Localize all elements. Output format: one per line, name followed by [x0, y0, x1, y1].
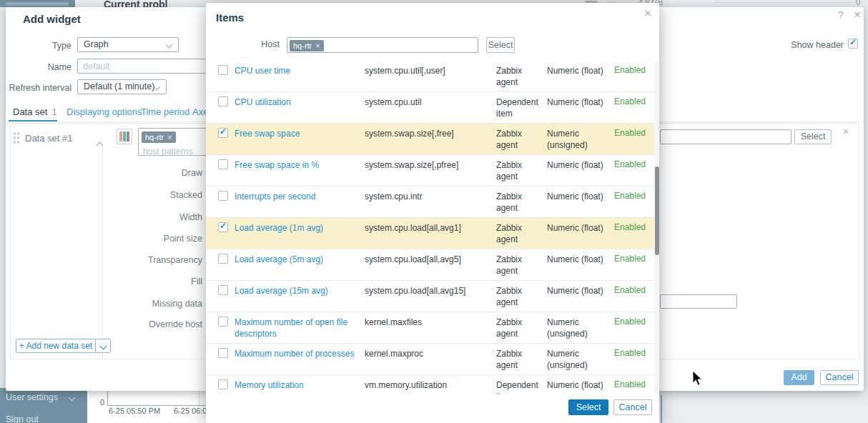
item-status-enabled[interactable]: Enabled — [614, 379, 646, 389]
add-new-data-set-menu-button[interactable] — [95, 339, 111, 353]
graph-x-tick: 6-25 05:50 PM — [109, 407, 160, 415]
option-label-draw: Draw — [88, 168, 202, 178]
item-type: Zabbix agent — [496, 254, 541, 277]
item-value-type: Numeric (float) — [547, 65, 618, 76]
item-checkbox[interactable] — [218, 65, 228, 75]
item-row: Interrupts per secondsystem.cpu.intrZabb… — [206, 186, 654, 218]
item-name-link[interactable]: Load average (5m avg) — [235, 254, 356, 265]
item-type: Dependent item — [496, 96, 541, 119]
item-row: CPU user timesystem.cpu.util[,user]Zabbi… — [206, 61, 654, 92]
type-label: Type — [0, 41, 71, 51]
tag-label: hq-rtr — [145, 133, 164, 141]
chevron-down-icon — [100, 343, 107, 350]
item-name-link[interactable]: Memory utilization — [235, 379, 356, 391]
item-checkbox[interactable]: ✓ — [218, 222, 228, 232]
type-select[interactable]: Graph — [77, 37, 179, 52]
item-status-enabled[interactable]: Enabled — [614, 254, 646, 264]
item-status-enabled[interactable]: Enabled — [614, 285, 646, 295]
item-checkbox[interactable] — [218, 317, 228, 327]
item-key: kernel.maxproc — [365, 348, 490, 359]
override-input[interactable] — [660, 294, 737, 309]
item-name-link[interactable]: Load average (1m avg) — [235, 222, 356, 234]
item-checkbox[interactable] — [218, 285, 228, 295]
show-header-label: Show header — [729, 40, 844, 50]
item-status-enabled[interactable]: Enabled — [614, 348, 646, 358]
chevron-up-icon — [97, 142, 104, 149]
option-label-missing-data: Missing data — [88, 299, 202, 309]
data-set-remove-icon[interactable]: × — [843, 126, 849, 137]
item-key: system.swap.size[,free] — [365, 128, 490, 139]
item-name-link[interactable]: Maximum number of open file descriptors — [235, 317, 356, 339]
item-name-link[interactable]: CPU user time — [235, 65, 356, 76]
add-button[interactable]: Add — [784, 370, 814, 385]
item-name-link[interactable]: Free swap space in % — [235, 159, 356, 171]
item-row: Free swap space in %system.swap.size[,pf… — [206, 155, 654, 186]
item-status-enabled[interactable]: Enabled — [614, 191, 646, 201]
item-key: system.cpu.load[all,avg5] — [365, 254, 490, 265]
item-key: system.cpu.util — [365, 96, 490, 108]
cancel-button[interactable]: Cancel — [820, 370, 859, 385]
item-name-link[interactable]: Load average (15m avg) — [235, 285, 356, 297]
tag-remove-icon[interactable]: × — [315, 41, 320, 50]
scrollbar-thumb[interactable] — [655, 166, 659, 255]
item-row: ✓Load average (1m avg)system.cpu.load[al… — [206, 218, 654, 249]
item-value-type: Numeric (float) — [547, 379, 618, 391]
item-status-enabled[interactable]: Enabled — [614, 159, 646, 169]
swatch-stripe — [123, 131, 126, 141]
item-checkbox[interactable] — [218, 191, 228, 201]
close-icon[interactable]: × — [854, 8, 861, 22]
item-patterns-input[interactable] — [660, 129, 791, 144]
color-swatch[interactable] — [117, 129, 132, 144]
item-checkbox[interactable] — [218, 348, 228, 358]
item-checkbox[interactable] — [218, 379, 228, 389]
host-pattern-tag[interactable]: hq-rtr× — [142, 131, 176, 143]
items-modal: Items × Host hq-rtr× Select CPU user tim… — [206, 3, 659, 423]
item-type: Zabbix agent — [496, 159, 541, 182]
refresh-interval-label: Refresh interval — [0, 83, 71, 93]
close-icon[interactable]: × — [644, 6, 651, 21]
item-status-enabled[interactable]: Enabled — [614, 128, 646, 138]
host-patterns-placeholder: host patterns — [143, 146, 192, 156]
tag-remove-icon[interactable]: × — [167, 133, 172, 141]
graph-x-axis — [107, 405, 207, 406]
item-key: system.swap.size[,pfree] — [365, 159, 490, 171]
item-status-enabled[interactable]: Enabled — [614, 96, 646, 106]
item-status-enabled[interactable]: Enabled — [614, 222, 646, 232]
host-select-button[interactable]: Select — [486, 37, 515, 53]
tab-time-period[interactable]: Time period — [141, 106, 189, 117]
graph-x-tick: 6-25 06:00 PM — [174, 407, 207, 415]
item-type: Zabbix agent — [496, 317, 541, 339]
item-select-button[interactable]: Select — [794, 129, 832, 144]
add-new-data-set-button[interactable]: + Add new data set — [16, 339, 96, 353]
show-header-checkbox[interactable]: ✓ — [848, 39, 858, 49]
data-set-header: Data set #1 — [25, 133, 73, 144]
sidebar-item-user-settings[interactable]: User settings — [6, 392, 58, 402]
mouse-cursor-icon — [692, 370, 704, 387]
host-tag[interactable]: hq-rtr× — [290, 40, 324, 51]
modal-cancel-button[interactable]: Cancel — [613, 399, 652, 415]
item-status-enabled[interactable]: Enabled — [614, 317, 646, 327]
check-icon: ✓ — [220, 221, 227, 231]
graph-gridline — [199, 389, 200, 405]
add-new-data-set-label: Add new data set — [26, 341, 92, 351]
item-status-enabled[interactable]: Enabled — [614, 65, 646, 75]
item-checkbox[interactable]: ✓ — [218, 128, 228, 138]
background-page-title: Current probl — [104, 0, 167, 7]
refresh-interval-select[interactable]: Default (1 minute) — [77, 79, 167, 94]
collapse-chevron-icon[interactable] — [97, 138, 102, 151]
item-name-link[interactable]: CPU utilization — [235, 96, 356, 108]
tab-data-set[interactable]: Data set1 — [13, 106, 57, 117]
drag-handle-icon[interactable] — [13, 131, 21, 144]
percent-value-fragment: 0 % — [856, 0, 868, 7]
item-name-link[interactable]: Free swap space — [235, 128, 356, 139]
sidebar-item-sign-out[interactable]: Sign out — [6, 414, 39, 423]
item-key: system.cpu.util[,user] — [365, 65, 490, 76]
item-name-link[interactable]: Interrupts per second — [235, 191, 356, 202]
tab-displaying-options[interactable]: Displaying options — [66, 106, 142, 117]
item-name-link[interactable]: Maximum number of processes — [235, 348, 356, 359]
item-checkbox[interactable] — [218, 96, 228, 106]
item-checkbox[interactable] — [218, 159, 228, 169]
help-icon[interactable]: ? — [838, 9, 844, 21]
item-checkbox[interactable] — [218, 254, 228, 264]
select-button[interactable]: Select — [568, 399, 608, 415]
